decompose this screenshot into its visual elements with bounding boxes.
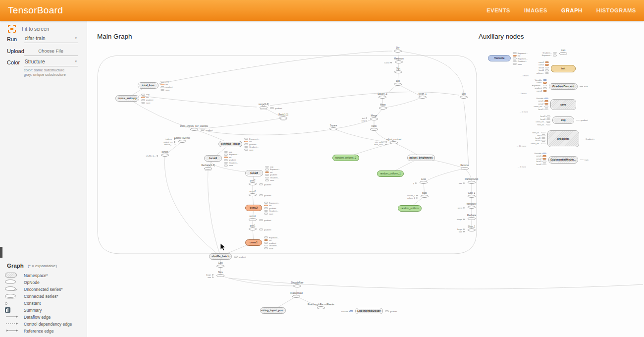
node-satellite[interactable]: gradient — [385, 310, 397, 313]
graph-node-Reshape[interactable]: Reshape — [457, 214, 486, 220]
graph-node-Sqrt[interactable]: Sqrt — [383, 67, 413, 73]
node-satellite[interactable]: save — [161, 89, 172, 92]
graph-node-RandomCrop[interactable]: RandomCrop — [457, 178, 486, 184]
graph-node-Reshape13[interactable]: Reshape[1-3] — [193, 164, 223, 170]
graph-node-adjust_brightness[interactable]: adjust_brightness — [407, 155, 435, 161]
graph-node-random_uniform_1[interactable]: random_uniform_1 — [377, 170, 404, 177]
graph-node-string_input[interactable]: string_input_pro... — [260, 307, 286, 314]
input-group: Variableconv1conv2local3local4... 3 more — [518, 152, 546, 166]
const-node[interactable]: default_... — [148, 143, 175, 146]
node-satellite[interactable]: save — [224, 164, 239, 167]
graph-node-Sub_1[interactable]: Sub — [449, 93, 479, 99]
more-inputs-label[interactable]: ... 3 more — [518, 166, 526, 168]
node-satellite[interactable]: save — [244, 148, 259, 151]
graph-node-Slice[interactable]: Slice — [206, 271, 235, 277]
graph-node-Square[interactable]: Square — [319, 124, 348, 130]
aux-node-gradients[interactable]: gradients — [547, 130, 579, 147]
graph-node-Less[interactable]: Less — [409, 178, 438, 184]
graph-node-Maximum[interactable]: Maximum — [384, 57, 414, 63]
graph-node-ReaderRead[interactable]: ReaderRead — [281, 292, 311, 298]
aux-node-save[interactable]: save — [550, 99, 576, 110]
graph-node-conv2[interactable]: conv2 — [245, 205, 262, 211]
run-select[interactable]: cifar-train ▾ — [24, 35, 78, 43]
graph-node-Cast_1[interactable]: Cast_1 — [457, 192, 486, 198]
graph-node-random_uniform[interactable]: random_uniform — [398, 205, 422, 212]
tab-images[interactable]: IMAGES — [524, 7, 547, 13]
graph-node-transpose[interactable]: transpose — [457, 203, 486, 209]
graph-node-softmax_linear[interactable]: softmax_linear — [218, 141, 242, 147]
graph-node-Merge[interactable]: Merge — [359, 114, 389, 120]
graph-node-Sub[interactable]: Sub — [383, 80, 413, 86]
tab-graph[interactable]: GRAPH — [561, 7, 583, 13]
fit-to-screen-icon[interactable] — [8, 25, 16, 33]
node-satellite[interactable]: Variable — [324, 310, 353, 313]
node-satellite[interactable]: save — [141, 102, 153, 105]
node-satellite[interactable]: gradient — [234, 255, 246, 258]
graph-node-local3[interactable]: local3 — [245, 170, 263, 176]
graph-node-random_uniform_2[interactable]: random_uniform_2 — [332, 155, 359, 161]
op-node-shape — [395, 60, 403, 63]
graph-node-Rank_1[interactable]: Rank — [359, 125, 389, 131]
aux-node-init[interactable]: init — [551, 65, 576, 72]
graph-node-ExponentialDecay[interactable]: ExponentialDecay — [355, 308, 383, 314]
graph-node-Mean_1[interactable]: Mean_1 — [408, 93, 437, 99]
graph-node-pool1[interactable]: pool1 — [238, 225, 268, 230]
graph-node-Rank12[interactable]: Rank[1-2] — [268, 113, 298, 119]
satellite-label: gradient — [239, 256, 246, 258]
op-node-shape — [468, 181, 476, 184]
graph-node-FixedLengthRecordReader[interactable]: FixedLengthRecordReader — [306, 303, 336, 309]
scrollbar-thumb[interactable] — [0, 247, 2, 258]
graph-node-Reverse[interactable]: Reverse — [450, 164, 480, 170]
node-satellite[interactable]: save — [264, 247, 279, 250]
aux-node-ExponentialMoving[interactable]: ExponentialMovin... — [548, 156, 578, 164]
graph-node-Slice_1[interactable]: Slice_1 — [457, 225, 486, 231]
satellite-pill — [224, 154, 228, 156]
output-link[interactable]: gradient — [576, 119, 588, 122]
graph-node-pool2[interactable]: pool2 — [238, 179, 268, 185]
graph-node-Mean[interactable]: Mean — [368, 104, 398, 110]
fit-to-screen-label[interactable]: Fit to screen — [22, 26, 49, 32]
more-inputs-label[interactable]: ... 10 more — [517, 145, 526, 147]
graph-node-conv1[interactable]: conv1 — [245, 239, 262, 246]
node-satellite[interactable]: total_lo... — [522, 123, 550, 126]
graph-node-Square_1[interactable]: Square_1 — [368, 93, 397, 99]
tab-events[interactable]: EVENTS — [486, 7, 510, 13]
graph-node-total_loss[interactable]: total_loss — [138, 82, 159, 89]
graph-node-cepe[interactable]: cross_entropy_per_example — [179, 125, 209, 131]
graph-node-DecodeRaw[interactable]: DecodeRaw — [282, 281, 312, 287]
graph-node-norm1[interactable]: norm1 — [238, 215, 268, 221]
graph-node-Cast[interactable]: Cast — [206, 262, 235, 268]
op-node-shape — [394, 50, 402, 53]
graph-node-adjust_contrast[interactable]: adjust_contrast — [379, 138, 409, 144]
choose-file-button[interactable]: Choose File — [24, 47, 78, 56]
graph-node-range[interactable]: range[1-3] — [249, 103, 278, 109]
graph-node-SparseToDense[interactable]: SparseToDense — [167, 137, 197, 143]
graph-node-pack[interactable]: pack — [410, 192, 439, 198]
op-node-shape — [394, 83, 402, 86]
graph-node-local4[interactable]: local4 — [204, 155, 222, 162]
graph-node-train[interactable]: train — [548, 49, 578, 55]
output-link[interactable]: train — [580, 85, 588, 88]
output-link[interactable]: train — [580, 159, 589, 162]
tab-histograms[interactable]: HISTOGRAMS — [596, 7, 636, 13]
node-satellite[interactable]: save — [264, 212, 279, 215]
op-node-label: Reshape — [467, 214, 476, 217]
output-link[interactable]: Gradient... — [581, 138, 595, 141]
aux-node-avg[interactable]: avg — [552, 116, 574, 124]
satellite-pill — [543, 82, 547, 84]
more-inputs-label[interactable]: ... 3 more — [520, 74, 529, 77]
op-node-shape — [390, 141, 398, 144]
aux-node-GradientDescent[interactable]: GradientDescent — [549, 83, 578, 90]
graph-canvas[interactable]: Main Graph Auxiliary nodes DivMaximumCon… — [87, 21, 644, 337]
graph-node-norm2[interactable]: norm2 — [238, 190, 268, 196]
graph-node-concat[interactable]: concat — [150, 151, 180, 157]
legend-label: Constant — [24, 301, 41, 306]
more-inputs-label[interactable]: ... 3 more — [518, 92, 527, 95]
color-select[interactable]: Structure ▾ — [24, 58, 78, 66]
aux-node-VariableAux[interactable]: Variable — [488, 55, 511, 61]
graph-node-cross_entropy[interactable]: cross_entropy — [115, 95, 139, 102]
more-inputs-label[interactable]: ... 5 more — [520, 111, 528, 113]
output-group: gradient — [576, 119, 588, 122]
graph-node-shuffle_batch[interactable]: shuffle_batch — [209, 253, 232, 260]
graph-node-Div[interactable]: Div — [383, 47, 413, 53]
